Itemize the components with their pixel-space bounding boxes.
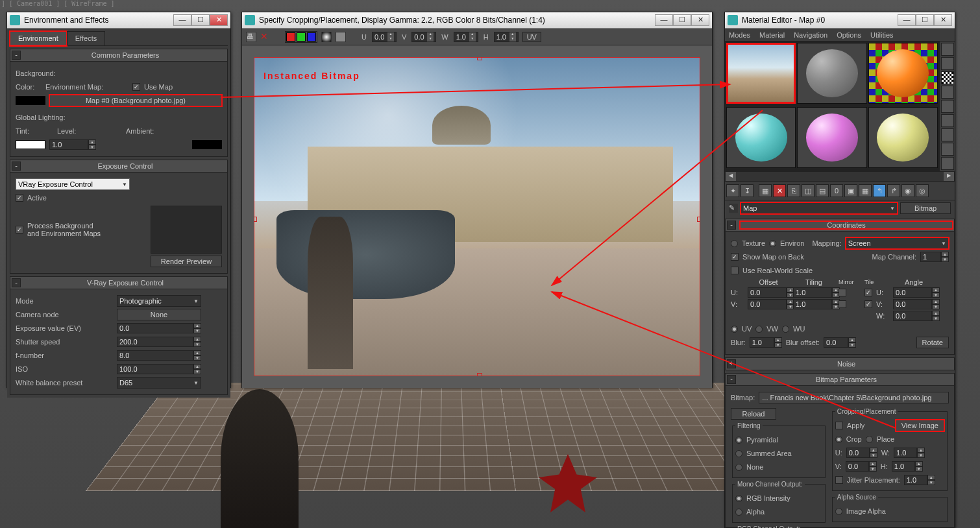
go-to-parent-icon[interactable]: ↰ [873, 184, 886, 197]
close-button[interactable]: ✕ [691, 14, 709, 26]
process-bg-checkbox[interactable] [16, 226, 23, 234]
crop-image[interactable]: Instanced Bitmap [254, 57, 700, 376]
material-slot-1[interactable] [726, 43, 796, 104]
mode-dropdown[interactable]: Photographic▼ [117, 295, 201, 307]
material-slot-4[interactable] [726, 107, 796, 168]
crop-radio[interactable] [835, 436, 842, 443]
tab-environment[interactable]: Environment [10, 31, 67, 46]
make-copy-icon[interactable]: ⎘ [787, 184, 800, 197]
window-titlebar[interactable]: Material Editor - Map #0 — ☐ ✕ [725, 12, 955, 29]
print-icon[interactable]: 🖶 [246, 32, 256, 42]
material-slot-3[interactable] [868, 43, 938, 104]
map-name-dropdown[interactable]: Map▼ [741, 202, 898, 214]
make-preview-icon[interactable] [941, 114, 954, 127]
pick-material-icon[interactable]: ◉ [901, 184, 914, 197]
menu-utilities[interactable]: Utilities [870, 31, 893, 39]
material-map-navigator-icon[interactable] [941, 157, 954, 170]
shutter-spinner[interactable]: 200.0▲▼ [117, 337, 201, 347]
material-slot-6[interactable] [868, 107, 938, 168]
menu-options[interactable]: Options [837, 31, 861, 39]
u-tiling-spinner[interactable]: 1.0▲▼ [793, 287, 840, 298]
rotate-button[interactable]: Rotate [916, 337, 949, 348]
w-spinner[interactable]: 1.0▲▼ [454, 32, 478, 42]
map-channel-spinner[interactable]: 1▲▼ [920, 252, 949, 262]
maximize-button[interactable]: ☐ [916, 14, 934, 26]
w-angle-spinner[interactable]: 0.0▲▼ [893, 311, 940, 321]
level-spinner[interactable]: 1.0▲▼ [49, 139, 96, 150]
put-to-library-icon[interactable]: ▤ [816, 184, 829, 197]
tint-swatch[interactable] [16, 140, 45, 149]
bitmap-path-button[interactable]: ... Francis new Book\Chapter 5\Backgroun… [759, 392, 949, 403]
reset-map-icon[interactable]: ✕ [773, 184, 786, 197]
render-preview-button[interactable]: Render Preview [151, 256, 222, 267]
video-color-check-icon[interactable] [941, 100, 954, 113]
apply-checkbox[interactable] [835, 422, 843, 429]
select-by-material-icon[interactable] [941, 143, 954, 156]
iso-spinner[interactable]: 100.0▲▼ [117, 364, 201, 374]
wu-radio[interactable] [782, 326, 789, 333]
options-icon[interactable] [941, 128, 954, 141]
rollout-toggle-icon[interactable]: + [727, 359, 736, 368]
image-alpha-radio[interactable] [835, 508, 842, 515]
rollout-common-parameters[interactable]: - Common Parameters [10, 49, 228, 62]
alpha-icon[interactable] [321, 32, 332, 42]
environment-map-button[interactable]: Map #0 (Background photo.jpg) [49, 95, 222, 106]
make-unique-icon[interactable]: ◫ [802, 184, 815, 197]
rollout-toggle-icon[interactable]: - [727, 221, 736, 230]
tab-effects[interactable]: Effects [67, 31, 105, 45]
pyramidal-radio[interactable] [735, 437, 742, 444]
window-titlebar[interactable]: Specify Cropping/Placement, Display Gamm… [242, 12, 712, 29]
minimize-button[interactable]: — [173, 14, 191, 26]
rollout-toggle-icon[interactable]: - [12, 51, 21, 60]
blur-spinner[interactable]: 1.0▲▼ [750, 337, 782, 348]
v-tiling-spinner[interactable]: 1.0▲▼ [793, 299, 840, 309]
eyedropper-icon[interactable]: ✎ [729, 204, 738, 213]
crop-v-spinner[interactable]: 0.0▲▼ [846, 461, 877, 472]
blur-offset-spinner[interactable]: 0.0▲▼ [824, 337, 856, 348]
map-type-button[interactable]: Bitmap [900, 202, 951, 214]
fnumber-spinner[interactable]: 8.0▲▼ [117, 350, 201, 361]
use-map-checkbox[interactable] [132, 83, 140, 91]
channel-g-button[interactable] [297, 32, 306, 42]
show-end-result-icon[interactable]: ▦ [859, 184, 872, 197]
alpha-radio[interactable] [735, 509, 742, 516]
material-slot-5[interactable] [797, 107, 866, 168]
view-image-button[interactable]: View Image [896, 420, 944, 431]
texture-radio[interactable] [731, 240, 738, 247]
summed-area-radio[interactable] [735, 450, 742, 457]
rollout-toggle-icon[interactable]: - [12, 278, 21, 287]
rollout-bitmap-parameters[interactable]: - Bitmap Parameters [725, 373, 955, 386]
channel-b-button[interactable] [307, 32, 316, 42]
close-button[interactable]: ✕ [210, 14, 228, 26]
uv-toggle-button[interactable]: UV [522, 32, 541, 42]
none-radio[interactable] [735, 464, 742, 471]
v-mirror-checkbox[interactable] [839, 300, 846, 308]
slots-hscrollbar[interactable]: ◀▶ [725, 171, 955, 182]
u-mirror-checkbox[interactable] [839, 289, 846, 296]
material-id-icon[interactable]: 0 [830, 184, 843, 197]
channel-r-button[interactable] [286, 32, 295, 42]
pick-from-object-icon[interactable]: ◎ [916, 184, 929, 197]
jitter-checkbox[interactable] [835, 476, 843, 484]
background-color-swatch[interactable] [16, 96, 45, 105]
crop-w-spinner[interactable]: 1.0▲▼ [894, 448, 925, 458]
close-button[interactable]: ✕ [934, 14, 952, 26]
material-slot-2[interactable] [797, 43, 866, 104]
crop-handle[interactable] [254, 217, 257, 222]
window-titlebar[interactable]: Environment and Effects — ☐ ✕ [7, 12, 230, 29]
place-radio[interactable] [866, 436, 873, 443]
rgb-intensity-radio[interactable] [735, 495, 742, 502]
active-checkbox[interactable] [16, 194, 23, 202]
u-angle-spinner[interactable]: 0.0▲▼ [893, 287, 940, 298]
exposure-control-dropdown[interactable]: VRay Exposure Control▼ [16, 178, 130, 190]
u-spinner[interactable]: 0.0▲▼ [372, 32, 397, 42]
scroll-left-icon[interactable]: ◀ [726, 172, 736, 181]
backlight-icon[interactable] [941, 57, 954, 70]
rollout-toggle-icon[interactable]: - [727, 375, 736, 384]
v-spinner[interactable]: 0.0▲▼ [411, 32, 436, 42]
v-tile-checkbox[interactable] [864, 300, 872, 308]
minimize-button[interactable]: — [898, 14, 916, 26]
crop-h-spinner[interactable]: 1.0▲▼ [892, 461, 923, 472]
real-world-scale-checkbox[interactable] [731, 267, 739, 274]
crop-handle[interactable] [477, 373, 482, 376]
